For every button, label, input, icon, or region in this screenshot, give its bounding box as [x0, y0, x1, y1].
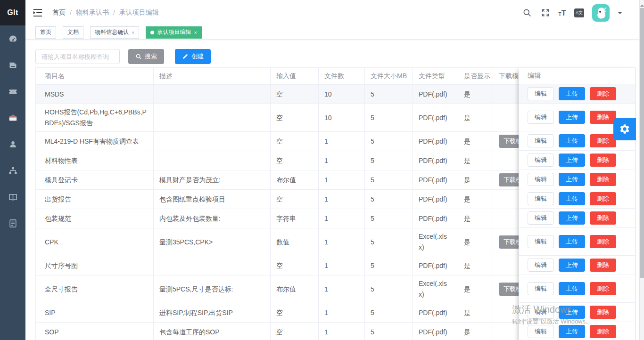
- sidebar-item-org-tree[interactable]: [0, 157, 25, 184]
- search-icon: [135, 53, 142, 60]
- upload-button[interactable]: 上传: [559, 306, 585, 319]
- sidebar-item-ticket[interactable]: [0, 78, 25, 105]
- page-scrollbar[interactable]: [639, 0, 644, 340]
- visible-cell: 是: [458, 303, 493, 323]
- file-size-cell: 5: [365, 303, 413, 323]
- row-actions: 编辑上传删除: [519, 275, 636, 303]
- delete-button[interactable]: 删除: [590, 211, 616, 225]
- breadcrumb-home[interactable]: 首页: [52, 8, 66, 17]
- edit-button[interactable]: 编辑: [528, 235, 554, 248]
- col-file-count: 文件数: [319, 68, 365, 85]
- search-button[interactable]: 搜索: [128, 49, 164, 64]
- file-size-cell: 5: [365, 170, 413, 190]
- upload-button[interactable]: 上传: [559, 87, 585, 100]
- upload-button[interactable]: 上传: [559, 111, 585, 124]
- edit-button[interactable]: 编辑: [528, 282, 554, 295]
- file-icon: [8, 219, 18, 228]
- row-actions: 编辑上传删除: [519, 84, 636, 104]
- sidebar-item-briefcase[interactable]: [0, 105, 25, 131]
- sidebar-item-user[interactable]: [0, 131, 25, 157]
- delete-button[interactable]: 删除: [590, 111, 616, 124]
- delete-button[interactable]: 删除: [590, 235, 616, 248]
- edit-button[interactable]: 编辑: [528, 134, 554, 147]
- edit-button[interactable]: 编辑: [528, 173, 554, 186]
- upload-button[interactable]: 上传: [559, 235, 585, 248]
- delete-button[interactable]: 删除: [590, 154, 616, 167]
- search-input[interactable]: [35, 49, 120, 64]
- upload-button[interactable]: 上传: [559, 192, 585, 205]
- translate-icon[interactable]: A文: [574, 8, 584, 17]
- edit-button[interactable]: 编辑: [528, 111, 554, 124]
- document-icon: [8, 60, 18, 70]
- edit-button[interactable]: 编辑: [528, 325, 554, 338]
- upload-button[interactable]: 上传: [559, 211, 585, 225]
- delete-button[interactable]: 删除: [590, 306, 616, 319]
- row-actions: 编辑上传删除: [519, 228, 636, 256]
- file-size-cell: 5: [365, 275, 413, 303]
- edit-button[interactable]: 编辑: [528, 306, 554, 319]
- scrollbar-thumb[interactable]: [640, 8, 644, 278]
- delete-button[interactable]: 删除: [590, 192, 616, 205]
- tab-1[interactable]: 首页: [35, 26, 56, 39]
- scrollbar-up-arrow[interactable]: [640, 3, 644, 7]
- sidebar-menu: [0, 25, 25, 236]
- sidebar-item-dashboard[interactable]: [0, 25, 25, 52]
- sidebar-item-file[interactable]: [0, 210, 25, 236]
- upload-button[interactable]: 上传: [559, 134, 585, 147]
- visible-cell: 是: [458, 256, 493, 275]
- close-tab-icon[interactable]: ×: [132, 30, 134, 35]
- description-cell: 量测5PCS,尺寸是否达标:: [154, 275, 271, 303]
- visible-cell: 是: [458, 275, 493, 303]
- col-input-type: 输入值: [271, 68, 319, 85]
- col-project-name: 项目名: [36, 68, 154, 85]
- upload-button[interactable]: 上传: [559, 325, 585, 338]
- col-file-type: 文件类型: [413, 68, 458, 85]
- col-file-size: 文件大小MB: [365, 68, 413, 85]
- settings-fab[interactable]: [613, 118, 636, 140]
- sidebar-item-book[interactable]: [0, 184, 25, 210]
- edit-button[interactable]: 编辑: [528, 87, 554, 100]
- app-logo[interactable]: Glt: [0, 0, 25, 25]
- tab-4[interactable]: 承认项目编辑×: [146, 26, 201, 39]
- upload-button[interactable]: 上传: [559, 173, 585, 186]
- chevron-down-icon[interactable]: [618, 12, 622, 16]
- delete-button[interactable]: 删除: [590, 259, 616, 272]
- row-actions: 编辑上传删除: [519, 189, 636, 209]
- create-button[interactable]: 创建: [175, 49, 211, 64]
- sidebar-item-document[interactable]: [0, 52, 25, 78]
- edit-button[interactable]: 编辑: [528, 259, 554, 272]
- edit-button[interactable]: 编辑: [528, 154, 554, 167]
- close-tab-icon[interactable]: ×: [194, 30, 197, 35]
- menu-collapse-icon[interactable]: [33, 8, 43, 18]
- upload-button[interactable]: 上传: [559, 282, 585, 295]
- input-type-cell: 空: [271, 190, 319, 209]
- delete-button[interactable]: 删除: [590, 173, 616, 186]
- upload-button[interactable]: 上传: [559, 154, 585, 167]
- visible-cell: 是: [458, 170, 493, 190]
- project-name-cell: ML4-219-D HSF有害物质调查表: [36, 132, 154, 151]
- font-size-icon[interactable]: TT: [559, 9, 567, 17]
- tab-3[interactable]: 物料信息确认×: [90, 26, 139, 39]
- file-size-cell: 5: [365, 151, 413, 170]
- breadcrumb-current: 承认项目编辑: [119, 8, 159, 17]
- tab-2[interactable]: 文档: [63, 26, 83, 39]
- input-type-cell: 空: [271, 132, 319, 151]
- edit-button[interactable]: 编辑: [528, 192, 554, 205]
- avatar[interactable]: [592, 4, 610, 22]
- fixed-action-column: 编辑 编辑上传删除编辑上传删除编辑上传删除编辑上传删除编辑上传删除编辑上传删除编…: [519, 67, 636, 340]
- file-count-cell: 1: [319, 209, 365, 228]
- upload-button[interactable]: 上传: [559, 259, 585, 272]
- delete-button[interactable]: 删除: [590, 87, 616, 100]
- fullscreen-icon[interactable]: [540, 8, 551, 18]
- search-icon[interactable]: [522, 8, 532, 18]
- input-type-cell: 布尔值: [271, 275, 319, 303]
- file-size-cell: 5: [365, 132, 413, 151]
- delete-button[interactable]: 删除: [590, 134, 616, 147]
- breadcrumb-link-material[interactable]: 物料承认书: [76, 8, 109, 17]
- project-table: 项目名 描述 输入值 文件数 文件大小MB 文件类型 是否显示 下载模板 MSD…: [35, 67, 636, 340]
- edit-button[interactable]: 编辑: [528, 211, 554, 225]
- top-header: 首页 / 物料承认书 / 承认项目编辑 TT A文: [25, 0, 639, 25]
- delete-button[interactable]: 删除: [590, 325, 616, 338]
- breadcrumb-separator: /: [113, 9, 115, 16]
- delete-button[interactable]: 删除: [590, 282, 616, 295]
